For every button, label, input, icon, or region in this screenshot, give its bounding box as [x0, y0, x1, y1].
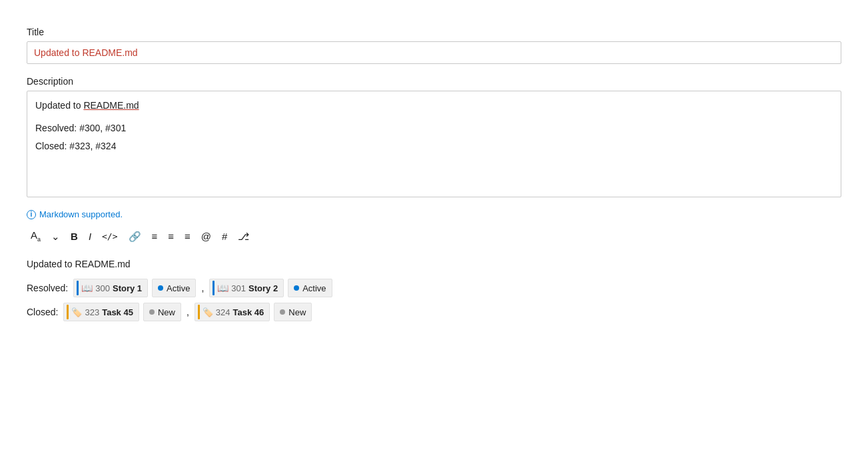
task2-chip[interactable]: 🏷️ 324 Task 46 — [195, 303, 270, 321]
ordered-list-button[interactable]: ≡ — [164, 229, 178, 244]
markdown-note: i Markdown supported. — [27, 209, 841, 219]
chevron-down-icon: ⌄ — [51, 231, 60, 241]
title-input[interactable] — [27, 41, 841, 64]
task1-chip[interactable]: 🏷️ 323 Task 45 — [63, 303, 139, 321]
description-label: Description — [27, 76, 841, 87]
description-section: Description Updated to README.md Resolve… — [27, 76, 841, 197]
comma1: , — [201, 283, 204, 293]
preview-section: Updated to README.md — [27, 259, 841, 269]
task2-icon: 🏷️ — [203, 308, 213, 317]
story2-status-dot — [294, 285, 299, 291]
description-box[interactable]: Updated to README.md Resolved: #300, #30… — [27, 91, 841, 197]
story1-status-dot — [158, 285, 163, 291]
story2-chip[interactable]: 📖 301 Story 2 — [209, 279, 284, 297]
closed-row: Closed: 🏷️ 323 Task 45 New , 🏷️ 324 Task… — [27, 303, 841, 321]
task2-number: 324 — [216, 307, 230, 317]
bold-icon: B — [71, 231, 78, 241]
formatting-toolbar: Aa ⌄ B I </> 🔗 ≡ ≡ ≡ @ # ⎇ — [27, 225, 841, 248]
readme-link[interactable]: README.md — [83, 100, 139, 111]
hash-button[interactable]: # — [218, 229, 231, 244]
story1-status-badge: Active — [152, 279, 196, 297]
code-button[interactable]: </> — [98, 229, 121, 243]
task1-status-text: New — [158, 307, 175, 317]
task2-accent — [198, 305, 200, 319]
story1-icon: 📖 — [81, 283, 93, 293]
task1-accent — [67, 305, 69, 319]
task2-status-badge: New — [274, 303, 312, 321]
resolved-text: Resolved: #300, #301 — [35, 121, 833, 135]
task1-status-badge: New — [143, 303, 181, 321]
task2-title: Task 46 — [233, 307, 264, 317]
task2-status-text: New — [288, 307, 306, 317]
link-button[interactable]: 🔗 — [125, 229, 145, 244]
title-label: Title — [27, 27, 841, 37]
pr-button[interactable]: ⎇ — [234, 229, 253, 244]
story2-number: 301 — [231, 283, 246, 293]
unordered-list-button[interactable]: ≡ — [148, 229, 162, 244]
italic-icon: I — [89, 231, 91, 241]
dropdown-button[interactable]: ⌄ — [47, 229, 64, 244]
story2-status-text: Active — [302, 283, 326, 293]
unordered-list-icon: ≡ — [152, 231, 158, 241]
task2-status-dot — [280, 309, 285, 315]
task1-icon: 🏷️ — [71, 308, 82, 317]
link-icon: 🔗 — [129, 231, 141, 241]
task1-number: 323 — [85, 307, 99, 317]
italic-button[interactable]: I — [85, 229, 95, 244]
format-icon: Aa — [31, 230, 41, 243]
story1-title: Story 1 — [113, 283, 142, 293]
story2-status-badge: Active — [288, 279, 332, 297]
story2-accent — [213, 281, 215, 295]
info-icon: i — [27, 210, 36, 219]
code-icon: </> — [102, 232, 117, 241]
task-list-icon: ≡ — [185, 231, 191, 241]
story2-title: Story 2 — [248, 283, 278, 293]
pr-icon: ⎇ — [238, 231, 249, 241]
comma2: , — [187, 307, 189, 317]
story1-accent — [77, 281, 79, 295]
task1-title: Task 45 — [102, 307, 133, 317]
task-list-button[interactable]: ≡ — [181, 229, 195, 244]
story1-chip[interactable]: 📖 300 Story 1 — [73, 279, 148, 297]
preview-title: Updated to README.md — [27, 259, 841, 269]
story1-number: 300 — [95, 283, 110, 293]
closed-text: Closed: #323, #324 — [35, 139, 833, 153]
task1-status-dot — [149, 309, 155, 315]
resolved-row: Resolved: 📖 300 Story 1 Active , 📖 301 S… — [27, 279, 841, 297]
format-text-button[interactable]: Aa — [27, 227, 45, 245]
bold-button[interactable]: B — [67, 229, 82, 244]
markdown-note-text: Markdown supported. — [39, 209, 123, 219]
story2-icon: 📖 — [217, 283, 228, 293]
resolved-label: Resolved: — [27, 283, 68, 293]
title-section: Title — [27, 27, 841, 64]
ordered-list-icon: ≡ — [168, 231, 174, 241]
closed-label: Closed: — [27, 307, 58, 317]
story1-status-text: Active — [167, 283, 190, 293]
mention-icon: @ — [201, 231, 211, 241]
mention-button[interactable]: @ — [197, 229, 215, 244]
hash-icon: # — [222, 231, 227, 241]
